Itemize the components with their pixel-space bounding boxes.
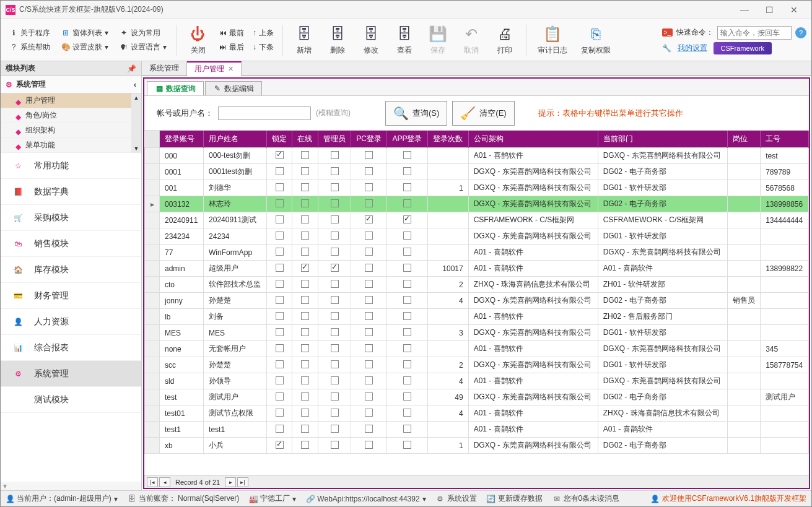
checkbox[interactable] [403,376,411,384]
checkbox[interactable] [276,392,284,401]
close-button[interactable]: ⏻关闭 [183,22,213,58]
checkbox[interactable] [403,441,411,449]
module-item[interactable]: 📊综合报表 [1,335,141,361]
column-header[interactable]: 登录次数 [428,131,469,148]
checkbox[interactable] [403,264,411,272]
checkbox[interactable] [301,215,309,223]
search-button[interactable]: 🔍查询(S) [385,101,447,126]
checkbox[interactable] [403,167,411,175]
table-row[interactable]: sld孙领导4A01 - 喜鹊软件DGXQ - 东莞喜鹊网络科技有限公司 [145,373,809,389]
table-row[interactable]: test01测试节点权限4A01 - 喜鹊软件ZHXQ - 珠海喜鹊信息技术有限… [145,405,809,422]
skin-button[interactable]: 🎨设置皮肤 ▾ [58,41,112,54]
close-tab-icon[interactable]: ✕ [228,65,234,73]
checkbox[interactable] [403,232,411,240]
table-row[interactable]: 001刘德华1DGXQ - 东莞喜鹊网络科技有限公司DG01 - 软件研发部56… [145,180,809,196]
checkbox[interactable] [276,312,284,320]
close-window-button[interactable]: ✕ [782,1,806,19]
checkbox[interactable] [331,392,339,401]
checkbox[interactable] [403,312,411,320]
checkbox[interactable] [276,199,284,207]
checkbox[interactable] [301,151,309,159]
checkbox[interactable] [403,360,411,368]
next-button[interactable]: ↓下条 [250,41,276,54]
module-item[interactable]: 💳财务管理 [1,283,141,309]
first-button[interactable]: ⏮最前 [217,27,247,40]
checkbox[interactable] [331,441,339,449]
copyauth-button[interactable]: ⎘复制权限 [576,22,616,58]
checkbox[interactable] [403,296,411,304]
nav-next[interactable]: ▸ [225,477,236,487]
checkbox[interactable] [331,409,339,417]
setcommon-button[interactable]: ✦设为常用 [116,27,170,40]
checkbox[interactable] [365,441,373,449]
audit-button[interactable]: 📋审计日志 [533,22,572,58]
checkbox[interactable] [331,264,339,272]
column-header[interactable]: 用户姓名 [204,131,267,148]
table-row[interactable]: none无套帐用户A01 - 喜鹊软件DGXQ - 东莞喜鹊网络科技有限公司34… [145,341,809,357]
checkbox[interactable] [301,296,309,304]
checkbox[interactable] [276,296,284,304]
about-button[interactable]: ℹ关于程序 [6,27,54,40]
tree-item[interactable]: ◆用户管理 [1,93,131,108]
checkbox[interactable] [365,183,373,191]
checkbox[interactable] [365,360,373,368]
checkbox[interactable] [276,264,284,272]
checkbox[interactable] [276,151,284,159]
quickcmd-input[interactable] [717,26,792,40]
print-button[interactable]: 🖨打印 [490,22,520,58]
table-row[interactable]: 77WinFormAppA01 - 喜鹊软件DGXQ - 东莞喜鹊网络科技有限公… [145,245,809,261]
module-item[interactable]: 🛍销售模块 [1,231,141,257]
column-header[interactable]: 当前部门 [598,131,727,148]
checkbox[interactable] [365,232,373,240]
checkbox[interactable] [365,264,373,272]
status-account[interactable]: 🗄当前账套： Normal(SqlServer) [128,493,240,504]
table-row[interactable]: admin超级用户10017A01 - 喜鹊软件A01 - 喜鹊软件138998… [145,261,809,277]
nav-last[interactable]: ▸| [237,477,248,487]
checkbox[interactable] [276,248,284,256]
module-item[interactable]: 测试模块 [1,387,141,413]
status-webapi[interactable]: 🔗WebApi:https://localhost:44392▾ [306,495,426,503]
search-input[interactable] [218,106,311,120]
checkbox[interactable] [276,232,284,240]
checkbox[interactable] [403,425,411,433]
checkbox[interactable] [403,199,411,207]
checkbox[interactable] [365,280,373,288]
checkbox[interactable] [403,183,411,191]
checkbox[interactable] [301,392,309,401]
table-row[interactable]: scc孙楚楚2DGXQ - 东莞喜鹊网络科技有限公司DG01 - 软件研发部15… [145,357,809,373]
checkbox[interactable] [331,167,339,175]
checkbox[interactable] [301,312,309,320]
checkbox[interactable] [331,199,339,207]
checkbox[interactable] [331,232,339,240]
checkbox[interactable] [301,183,309,191]
checkbox[interactable] [301,409,309,417]
last-button[interactable]: ⏭最后 [217,41,247,54]
status-factory[interactable]: 🏭宁德工厂▾ [249,493,296,504]
checkbox[interactable] [331,183,339,191]
module-item[interactable]: 🏠库存模块 [1,257,141,283]
csframework-button[interactable]: CSFramework [714,42,772,54]
module-item[interactable]: ⚙系统管理 [1,361,141,387]
column-header[interactable]: 岗位 [727,131,761,148]
checkbox[interactable] [331,425,339,433]
module-item[interactable]: ☆常用功能 [1,153,141,179]
subtab-query[interactable]: ▦数据查询 [147,81,204,95]
minimize-button[interactable]: — [732,1,757,19]
checkbox[interactable] [331,376,339,384]
column-header[interactable]: 工号 [761,131,809,148]
table-row[interactable]: MESMES3DGXQ - 东莞喜鹊网络科技有限公司DG01 - 软件研发部 [145,325,809,341]
checkbox[interactable] [365,248,373,256]
table-row[interactable]: cto软件部技术总监2ZHXQ - 珠海喜鹊信息技术有限公司ZH01 - 软件研… [145,277,809,293]
checkbox[interactable] [301,344,309,352]
tree-item[interactable]: ◆组织架构 [1,123,131,138]
checkbox[interactable] [301,441,309,449]
checkbox[interactable] [365,392,373,401]
checkbox[interactable] [365,151,373,159]
help-icon[interactable]: ? [795,27,806,38]
prev-button[interactable]: ↑上条 [250,27,276,40]
checkbox[interactable] [403,248,411,256]
checkbox[interactable] [403,328,411,336]
collapse-arrow[interactable]: ▾ [1,482,9,490]
checkbox[interactable] [301,425,309,433]
module-item[interactable]: 👤人力资源 [1,309,141,335]
